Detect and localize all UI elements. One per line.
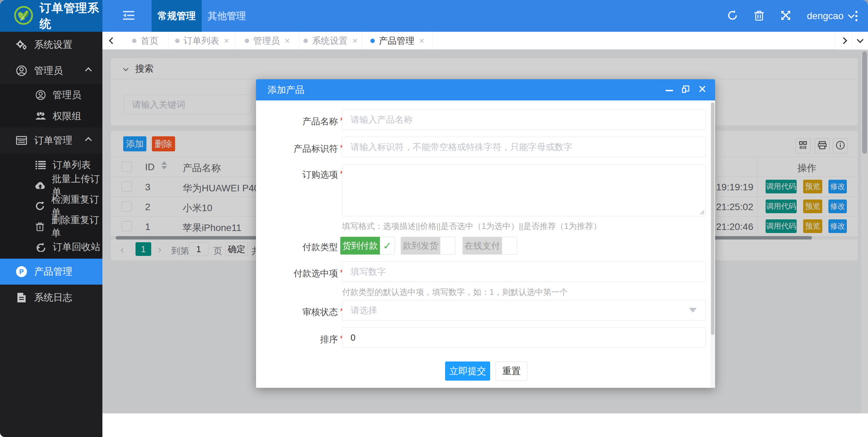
modal-title: 添加产品 — [268, 84, 304, 96]
sidebar-item-label: 管理员 — [53, 88, 81, 101]
username: dengcao — [807, 11, 843, 22]
sidebar-item-permission-group[interactable]: 权限组 — [0, 106, 102, 127]
tab-close-icon[interactable]: × — [224, 36, 229, 46]
pay-type-option-online[interactable]: 在线支付 — [463, 237, 517, 255]
checkbox-empty — [502, 237, 517, 255]
sidebar-item-system-log[interactable]: 系统日志 — [0, 285, 102, 311]
refresh-button[interactable] — [722, 0, 743, 32]
user-menu[interactable]: dengcao — [807, 0, 854, 32]
sidebar-item-product-manage[interactable]: P 产品管理 — [0, 259, 102, 285]
chevron-down-icon — [857, 36, 864, 43]
sort-input[interactable] — [342, 327, 706, 348]
tab-label: 订单列表 — [184, 35, 219, 47]
app-window: 订单管理系统 常规管理 其他管理 — [0, 0, 868, 437]
product-identifier-input[interactable] — [342, 137, 706, 157]
users-icon — [35, 111, 46, 121]
tabs-scroll-right-button[interactable] — [835, 32, 852, 50]
reset-button[interactable]: 重置 — [496, 361, 527, 381]
modal-body: 产品名称 * 产品标识符 * 订购选项 * 填写格式：选项描述||价格||是否选… — [256, 100, 715, 388]
pay-type-label: 款到发货 — [401, 237, 440, 255]
tab-label: 首页 — [141, 35, 158, 47]
topnav-tab-label: 常规管理 — [158, 10, 196, 23]
tabs-menu-button[interactable] — [852, 32, 868, 50]
tab-product-manage[interactable]: 产品管理 × — [362, 32, 433, 50]
audit-status-select[interactable]: 请选择 — [342, 300, 706, 320]
sidebar-item-admin[interactable]: 管理员 — [0, 84, 102, 106]
tab-order-list[interactable]: 订单列表 × — [169, 32, 236, 50]
resize-handle-icon[interactable] — [699, 209, 705, 216]
tabs-scroll-left-button[interactable] — [102, 32, 122, 50]
sidebar-item-order-manage[interactable]: 订单管理 — [0, 127, 102, 153]
more-vertical-icon — [855, 11, 857, 21]
sidebar-submenu-orders: 订单列表 批量上传订单 检测重复订单 — [0, 153, 102, 259]
field-label-identifier: 产品标识符 — [270, 143, 338, 155]
topnav-tab-other[interactable]: 其他管理 — [202, 0, 252, 32]
sidebar-item-label: 订单管理 — [34, 134, 72, 147]
chevron-up-icon — [85, 137, 92, 144]
tab-dot-icon — [132, 39, 137, 43]
table-panel-icon — [16, 136, 27, 145]
list-icon — [35, 161, 46, 169]
minimize-icon[interactable] — [666, 90, 673, 91]
close-icon[interactable]: × — [698, 84, 706, 94]
sidebar-item-label: 订单回收站 — [53, 241, 100, 254]
trash-icon — [35, 222, 45, 231]
tab-label: 管理员 — [253, 35, 280, 47]
tab-home[interactable]: 首页 — [122, 32, 169, 50]
gears-icon — [16, 40, 27, 50]
tab-system-settings[interactable]: 系统设置 × — [299, 32, 362, 50]
checkbox-empty — [440, 237, 455, 255]
modal-scrollbar-thumb[interactable] — [711, 103, 714, 335]
tab-dot-icon — [175, 39, 180, 43]
options-format-hint: 填写格式：选项描述||价格||是否选中（1为选中）||是否推荐（1为推荐） — [342, 221, 601, 232]
trash-icon — [754, 10, 764, 22]
pay-type-label: 货到付款 — [340, 237, 380, 255]
pay-selected-hint: 付款类型的默认选中项，填写数字，如：1，则默认选中第一个 — [342, 287, 568, 298]
topnav-tab-general[interactable]: 常规管理 — [152, 0, 202, 32]
modal-scrollbar[interactable] — [710, 100, 715, 388]
field-label-audit-status: 审核状态 — [270, 306, 338, 318]
tab-close-icon[interactable]: × — [352, 36, 357, 46]
order-options-textarea[interactable] — [342, 164, 706, 216]
cloud-upload-icon — [35, 181, 46, 190]
checkmark-icon: ✓ — [380, 237, 395, 255]
tab-label: 产品管理 — [379, 35, 414, 47]
sidebar-item-batch-upload[interactable]: 批量上传订单 — [0, 175, 102, 196]
sidebar: 系统设置 管理员 管理员 — [0, 32, 102, 437]
collapse-menu-icon — [123, 11, 134, 22]
pay-selected-input[interactable] — [342, 261, 706, 282]
redo-icon — [35, 201, 45, 211]
clear-cache-button[interactable] — [748, 0, 770, 32]
tab-admin[interactable]: 管理员 × — [236, 32, 299, 50]
recycle-icon — [35, 242, 46, 252]
tab-close-icon[interactable]: × — [419, 36, 424, 46]
pay-type-option-prepay[interactable]: 款到发货 — [401, 237, 455, 255]
sidebar-toggle-button[interactable] — [118, 0, 140, 32]
maximize-icon[interactable] — [682, 85, 689, 95]
add-product-modal: 添加产品 × 产品名称 * 产品标识符 * 订购选 — [256, 79, 715, 388]
tab-dot-icon — [370, 39, 375, 43]
sidebar-item-label: 订单列表 — [53, 159, 91, 172]
logo-block: 订单管理系统 — [0, 0, 102, 32]
sidebar-item-detect-duplicate[interactable]: 检测重复订单 — [0, 196, 102, 216]
modal-header[interactable]: 添加产品 × — [256, 79, 715, 100]
sidebar-item-label: 产品管理 — [34, 265, 72, 278]
tab-dot-icon — [245, 39, 249, 43]
sidebar-item-delete-duplicate[interactable]: 删除重复订单 — [0, 216, 102, 237]
fullscreen-button[interactable] — [775, 0, 797, 32]
app-logo-icon — [14, 5, 33, 27]
sidebar-item-order-recycle[interactable]: 订单回收站 — [0, 237, 102, 257]
product-name-input[interactable] — [342, 109, 706, 130]
sidebar-item-label: 管理员 — [34, 64, 63, 77]
sidebar-item-order-list[interactable]: 订单列表 — [0, 155, 102, 175]
field-label-pay-type: 付款类型 — [270, 241, 338, 253]
more-menu-button[interactable] — [848, 0, 865, 32]
field-label-sort: 排序 — [270, 333, 338, 345]
tab-close-icon[interactable]: × — [285, 36, 290, 46]
submit-button[interactable]: 立即提交 — [445, 361, 490, 381]
pay-type-option-cod[interactable]: 货到付款 ✓ — [340, 237, 395, 255]
sidebar-item-system-settings[interactable]: 系统设置 — [0, 32, 102, 58]
tab-dot-icon — [303, 39, 308, 43]
sidebar-submenu-admin: 管理员 权限组 — [0, 84, 102, 127]
sidebar-item-admin-group[interactable]: 管理员 — [0, 58, 102, 84]
